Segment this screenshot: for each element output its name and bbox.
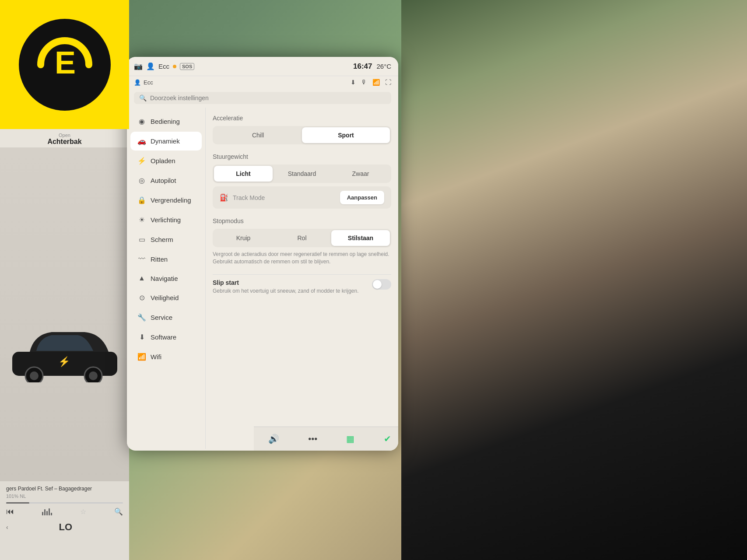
acceleratie-title: Acceleratie — [213, 115, 391, 122]
kruip-button[interactable]: Kruip — [214, 230, 273, 246]
status-bar: 📷 👤 Ecc SOS 16:47 26°C — [127, 57, 398, 76]
stuurgewicht-btn-group: Licht Standaard Zwaar — [213, 164, 391, 183]
more-icon[interactable]: ••• — [305, 430, 321, 448]
sidebar-item-opladen[interactable]: ⚡ Opladen — [130, 151, 202, 170]
status-right: 16:47 26°C — [353, 62, 391, 71]
svg-text:⚡: ⚡ — [58, 356, 70, 368]
sidebar-item-navigatie[interactable]: ▲ Navigatie — [130, 269, 202, 287]
ritten-icon: 〰 — [137, 255, 146, 263]
stopmodus-section: Stopmodus Kruip Rol Stilstaan Vergroot d… — [213, 217, 391, 266]
lo-badge: LO — [59, 522, 73, 533]
eq-bar-1 — [42, 512, 43, 515]
camera-icon: 📷 — [134, 62, 143, 70]
sidebar-item-bediening[interactable]: ◉ Bediening — [130, 112, 202, 131]
status-left: 📷 👤 Ecc SOS — [134, 62, 194, 70]
standaard-button[interactable]: Standaard — [273, 166, 331, 182]
vergrendeling-label: Vergrendeling — [151, 196, 191, 204]
trunk-open-text: Open — [2, 133, 127, 138]
progress-row — [6, 502, 123, 504]
acceleratie-section: Acceleratie Chill Sport — [213, 115, 391, 144]
search-icon: 🔍 — [139, 94, 147, 102]
sidebar-item-vergrendeling[interactable]: 🔒 Vergrendeling — [130, 191, 202, 210]
taskbar: 🔊 ••• ▦ ✔ ⚡ 🎵 📞 — [254, 427, 398, 451]
slip-start-title: Slip start — [213, 279, 368, 286]
eq-bar-2 — [44, 509, 46, 515]
sub-header-right: ⬇ 🎙 📶 ⛶ — [351, 79, 391, 86]
svg-point-6 — [89, 371, 98, 380]
service-icon: 🔧 — [137, 313, 146, 322]
slip-start-toggle[interactable] — [372, 279, 391, 290]
music-player: gers Pardoel Ft. Sef – Bagagedrager 101%… — [0, 481, 129, 560]
verlichting-label: Verlichting — [151, 216, 181, 224]
favorite-button[interactable]: ☆ — [80, 508, 86, 516]
scherm-label: Scherm — [151, 236, 173, 243]
sport-button[interactable]: Sport — [302, 127, 390, 143]
veiligheid-icon: ⊙ — [137, 294, 146, 302]
mic-icon[interactable]: 🎙 — [361, 79, 367, 86]
apps-icon[interactable]: ▦ — [343, 430, 358, 448]
music-controls: ⏮ ☆ 🔍 — [6, 507, 123, 516]
check-icon[interactable]: ✔ — [380, 430, 395, 448]
sidebar-item-software[interactable]: ⬇ Software — [130, 328, 202, 346]
navigatie-label: Navigatie — [151, 275, 178, 282]
volume-icon[interactable]: 🔊 — [265, 430, 283, 448]
main-content: ◉ Bediening 🚗 Dynamiek ⚡ Opladen ◎ Autop… — [127, 108, 398, 449]
rol-button[interactable]: Rol — [273, 230, 331, 246]
stopmodus-description: Vergroot de actieradius door meer regene… — [213, 251, 391, 266]
radio-label: 101% NL — [6, 494, 123, 499]
stilstaan-button[interactable]: Stilstaan — [331, 230, 390, 246]
sub-header: 👤 Ecc ⬇ 🎙 📶 ⛶ — [127, 76, 398, 88]
search-input[interactable] — [150, 94, 386, 102]
sidebar-item-veiligheid[interactable]: ⊙ Veiligheid — [130, 288, 202, 307]
stopmodus-btn-group: Kruip Rol Stilstaan — [213, 229, 391, 247]
track-mode-label: Track Mode — [233, 194, 340, 201]
status-dot — [173, 65, 176, 68]
zwaar-button[interactable]: Zwaar — [331, 166, 390, 182]
stuurgewicht-title: Stuurgewicht — [213, 153, 391, 160]
logo-area: E — [0, 0, 129, 129]
expand-icon[interactable]: ⛶ — [385, 79, 391, 86]
eq-bar-3 — [46, 511, 48, 515]
signal-icon[interactable]: 📶 — [372, 79, 380, 86]
status-time: 16:47 — [353, 62, 372, 71]
search-bar[interactable]: 🔍 — [134, 92, 391, 104]
search-music-button[interactable]: 🔍 — [114, 508, 123, 516]
sidebar-item-autopilot[interactable]: ◎ Autopilot — [130, 171, 202, 190]
chill-button[interactable]: Chill — [214, 127, 302, 143]
download-icon[interactable]: ⬇ — [351, 79, 356, 86]
sidebar-item-ritten[interactable]: 〰 Ritten — [130, 250, 202, 268]
service-label: Service — [151, 314, 172, 321]
licht-button[interactable]: Licht — [214, 166, 273, 182]
sidebar-item-verlichting[interactable]: ☀ Verlichting — [130, 210, 202, 229]
logo-svg: E — [28, 28, 102, 102]
navigatie-icon: ▲ — [137, 274, 146, 282]
sidebar-item-wifi[interactable]: 📶 Wifi — [130, 347, 202, 366]
trunk-title: Achterbak — [2, 138, 127, 146]
sidebar-item-service[interactable]: 🔧 Service — [130, 308, 202, 327]
software-label: Software — [151, 333, 176, 341]
sidebar: ◉ Bediening 🚗 Dynamiek ⚡ Opladen ◎ Autop… — [127, 108, 206, 449]
nav-left-icon[interactable]: ‹ — [6, 524, 8, 531]
user-icon: 👤 — [146, 62, 155, 70]
bediening-icon: ◉ — [137, 117, 146, 126]
dynamiek-label: Dynamiek — [151, 137, 180, 145]
wifi-label: Wifi — [151, 353, 161, 360]
settings-panel: Acceleratie Chill Sport Stuurgewicht Lic… — [206, 108, 398, 449]
sos-badge: SOS — [180, 63, 194, 70]
sidebar-item-dynamiek[interactable]: 🚗 Dynamiek — [130, 132, 202, 150]
progress-fill — [6, 502, 29, 504]
status-temp: 26°C — [376, 63, 391, 70]
progress-track — [6, 502, 123, 504]
stopmodus-title: Stopmodus — [213, 217, 391, 224]
autopilot-label: Autopilot — [151, 177, 176, 184]
autopilot-icon: ◎ — [137, 176, 146, 185]
scherm-icon: ▭ — [137, 235, 146, 244]
track-mode-row: ⛽ Track Mode Aanpassen — [213, 186, 391, 209]
vergrendeling-icon: 🔒 — [137, 196, 146, 204]
trunk-label-area: Open Achterbak — [0, 129, 129, 147]
car-svg: ⚡ — [8, 326, 122, 382]
play-pause-button[interactable]: ⏮ — [6, 507, 14, 516]
track-mode-button[interactable]: Aanpassen — [340, 191, 384, 204]
sidebar-item-scherm[interactable]: ▭ Scherm — [130, 230, 202, 249]
sub-header-left: 👤 Ecc — [134, 79, 153, 86]
